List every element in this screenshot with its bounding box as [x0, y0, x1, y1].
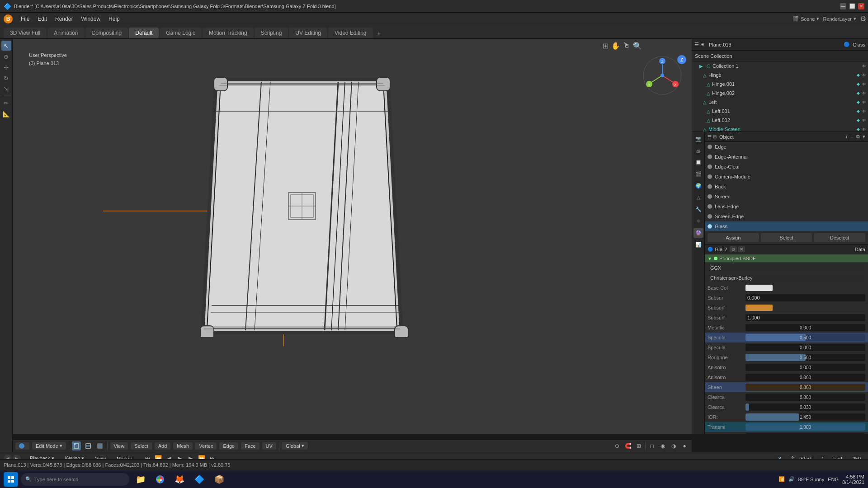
taskbar-explorer-icon[interactable]: 📁: [132, 472, 149, 487]
outliner-item-left002[interactable]: △ Left.002 ◆ 👁: [692, 116, 868, 125]
left002-visibility-icon[interactable]: 👁: [862, 118, 866, 123]
object-prop-icon[interactable]: △: [693, 192, 703, 202]
edge-mode-icon[interactable]: [84, 441, 93, 450]
data-prop-icon[interactable]: 📊: [693, 239, 703, 249]
bsdf-expand-icon[interactable]: ▼: [708, 256, 712, 261]
outliner-item-collection1[interactable]: ▶ ⬡ Collection 1 👁: [692, 61, 868, 70]
close-button[interactable]: ✕: [858, 3, 864, 9]
menu-help[interactable]: Help: [105, 15, 123, 23]
face-btn[interactable]: Face: [241, 442, 259, 450]
material-prop-icon[interactable]: 🔮: [693, 228, 703, 238]
select-button[interactable]: Select: [761, 233, 812, 242]
z-axis-indicator[interactable]: Z: [677, 55, 686, 64]
middlescreen-visibility-icon[interactable]: 👁: [862, 127, 866, 132]
subsurface-val[interactable]: 0.000: [745, 294, 865, 301]
uv-btn[interactable]: UV: [262, 442, 276, 450]
scale-tool-button[interactable]: ⇲: [1, 84, 11, 94]
roughness-slider[interactable]: 0.500: [745, 354, 865, 361]
renderlayer-dropdown[interactable]: ▾: [854, 16, 856, 22]
christensen-dropdown[interactable]: Christensen-Burley: [708, 274, 865, 282]
mat-slot-screen[interactable]: Screen: [705, 192, 868, 202]
mat-link-icon[interactable]: ⊙: [730, 246, 737, 252]
specular-slider[interactable]: 0.500: [745, 334, 865, 341]
zoom-icon[interactable]: 🔍: [633, 42, 642, 50]
left001-visibility-icon[interactable]: 👁: [862, 109, 866, 114]
tab-gamelogic[interactable]: Game Logic: [160, 28, 202, 38]
ggx-dropdown[interactable]: GGX: [708, 264, 865, 272]
list-icon[interactable]: ☰: [694, 42, 699, 47]
scene-dropdown[interactable]: ▾: [816, 16, 819, 22]
face-mode-icon[interactable]: [95, 441, 104, 450]
tab-3dviewfull[interactable]: 3D View Full: [4, 28, 47, 38]
select-btn[interactable]: Select: [131, 442, 152, 450]
tab-default[interactable]: Default: [129, 28, 159, 38]
outliner-item-middlescreen[interactable]: △ Middle-Screen ◆ 👁: [692, 125, 868, 132]
mirror-icon[interactable]: ⊞: [634, 441, 643, 450]
hand-icon[interactable]: ✋: [611, 42, 620, 50]
settings-icon[interactable]: ⚙: [860, 14, 866, 23]
wireframe-icon[interactable]: ◻: [647, 441, 656, 450]
left-visibility-icon[interactable]: 👁: [862, 100, 866, 105]
vertex-mode-icon[interactable]: [72, 441, 81, 450]
grid-view-icon[interactable]: ⊞: [700, 42, 704, 47]
minimize-button[interactable]: —: [840, 3, 846, 9]
transmission-slider[interactable]: 1.000: [745, 423, 865, 431]
grid-view-icon2[interactable]: ⊞: [713, 134, 717, 139]
mat-slot-edge-antenna[interactable]: Edge-Antenna: [705, 152, 868, 162]
particle-prop-icon[interactable]: ⚛: [693, 216, 703, 226]
outliner-item-hinge001[interactable]: △ Hinge.001 ◆ 👁: [692, 80, 868, 89]
collection1-visibility-icon[interactable]: 👁: [862, 64, 866, 69]
menu-file[interactable]: File: [17, 15, 33, 23]
tab-scripting[interactable]: Scripting: [255, 28, 288, 38]
sheen-slider[interactable]: 0.000: [745, 384, 865, 391]
tab-videoediting[interactable]: Video Editing: [328, 28, 373, 38]
start-button[interactable]: [4, 472, 18, 487]
annotate-tool-button[interactable]: ✏: [1, 98, 11, 108]
snap-icon[interactable]: 🧲: [623, 441, 632, 450]
mat-x-icon[interactable]: ✕: [738, 246, 745, 252]
modifier-prop-icon[interactable]: 🔧: [693, 204, 703, 214]
add-btn[interactable]: Add: [155, 442, 171, 450]
tab-motiontracking[interactable]: Motion Tracking: [203, 28, 254, 38]
subsurfcolor-swatch[interactable]: [745, 305, 773, 311]
rotate-tool-button[interactable]: ↻: [1, 73, 11, 83]
view-btn[interactable]: View: [110, 442, 128, 450]
speculartint-slider[interactable]: 0.000: [745, 344, 865, 351]
hinge-visibility-icon[interactable]: 👁: [862, 73, 866, 78]
view-prop-icon[interactable]: 🔲: [693, 157, 703, 167]
maximize-button[interactable]: ⬜: [849, 3, 855, 9]
outliner-item-hinge002[interactable]: △ Hinge.002 ◆ 👁: [692, 89, 868, 98]
mat-slot-back[interactable]: Back: [705, 182, 868, 192]
outliner-item-left001[interactable]: △ Left.001 ◆ 👁: [692, 107, 868, 116]
transform-dropdown[interactable]: Global ▾: [282, 442, 308, 450]
lookdev-icon[interactable]: ◑: [669, 441, 678, 450]
taskbar-app-icon[interactable]: 📦: [211, 472, 228, 487]
metallic-slider[interactable]: 0.000: [745, 324, 865, 331]
assign-button[interactable]: Assign: [708, 233, 759, 242]
copy-material-icon[interactable]: ⧉: [856, 134, 860, 140]
clearcoatrough-slider[interactable]: 0.030: [745, 404, 865, 411]
navigation-gizmo[interactable]: Z X Y Z: [642, 55, 683, 96]
hinge001-visibility-icon[interactable]: 👁: [862, 82, 866, 87]
mesh-btn[interactable]: Mesh: [173, 442, 193, 450]
edge-btn[interactable]: Edge: [219, 442, 238, 450]
vertex-btn[interactable]: Vertex: [195, 442, 217, 450]
mat-slot-glass[interactable]: Glass: [705, 221, 868, 231]
proportional-edit-icon[interactable]: ⊙: [613, 441, 622, 450]
taskbar-firefox-icon[interactable]: 🦊: [171, 472, 188, 487]
clearcoat-slider[interactable]: 0.000: [745, 394, 865, 401]
basecolor-swatch[interactable]: [745, 285, 773, 291]
render-prop-icon[interactable]: 📷: [693, 134, 703, 144]
tab-animation[interactable]: Animation: [47, 28, 84, 38]
cursor-icon[interactable]: 🖱: [623, 42, 630, 50]
anisotropy-slider[interactable]: 0.000: [745, 364, 865, 371]
remove-material-icon[interactable]: −: [851, 134, 854, 140]
output-prop-icon[interactable]: 🖨: [693, 145, 703, 155]
add-workspace-button[interactable]: +: [374, 28, 384, 38]
mat-slot-screen-edge[interactable]: Screen-Edge: [705, 211, 868, 221]
browse-material-icon[interactable]: ▾: [863, 134, 865, 140]
menu-render[interactable]: Render: [52, 15, 76, 23]
mat-slot-camera-module[interactable]: Camera-Module: [705, 172, 868, 182]
mat-slot-edge[interactable]: Edge: [705, 142, 868, 152]
mat-slot-edge-clear[interactable]: Edge-Clear: [705, 162, 868, 172]
